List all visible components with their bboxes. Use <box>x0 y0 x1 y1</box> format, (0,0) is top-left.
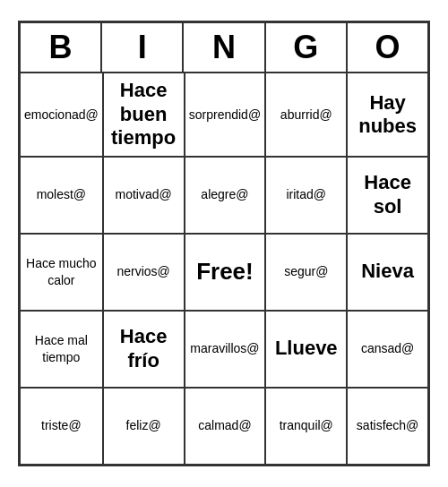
bingo-cell: satisfech@ <box>347 388 428 465</box>
header-letter: B <box>20 22 101 73</box>
bingo-cell: triste@ <box>20 388 103 465</box>
bingo-cell: Hace mucho calor <box>20 234 103 311</box>
bingo-cell: Hace sol <box>347 157 428 234</box>
bingo-cell: Nieva <box>347 234 428 311</box>
bingo-cell: aburrid@ <box>265 73 347 156</box>
bingo-cell: calmad@ <box>185 388 266 465</box>
bingo-card: BINGO emocionad@Hace buen tiemposorprend… <box>18 21 430 466</box>
bingo-cell: alegre@ <box>185 157 266 234</box>
bingo-cell: molest@ <box>20 157 103 234</box>
bingo-cell: Hace frío <box>103 311 185 388</box>
bingo-cell: sorprendid@ <box>185 73 266 156</box>
bingo-cell: segur@ <box>265 234 347 311</box>
bingo-cell: nervios@ <box>103 234 185 311</box>
bingo-header: BINGO <box>20 22 428 73</box>
bingo-cell: emocionad@ <box>20 73 103 156</box>
bingo-cell: cansad@ <box>347 311 428 388</box>
header-letter: G <box>265 22 347 73</box>
bingo-cell: Hace mal tiempo <box>20 311 103 388</box>
bingo-cell: maravillos@ <box>185 311 266 388</box>
bingo-cell: motivad@ <box>103 157 185 234</box>
bingo-grid: emocionad@Hace buen tiemposorprendid@abu… <box>20 73 428 464</box>
bingo-cell: Llueve <box>265 311 347 388</box>
bingo-cell: Hay nubes <box>347 73 428 156</box>
free-cell: Free! <box>185 234 266 311</box>
bingo-cell: Hace buen tiempo <box>103 73 185 156</box>
header-letter: N <box>183 22 264 73</box>
bingo-cell: iritad@ <box>265 157 347 234</box>
bingo-cell: feliz@ <box>103 388 185 465</box>
bingo-cell: tranquil@ <box>265 388 347 465</box>
header-letter: O <box>347 22 428 73</box>
header-letter: I <box>101 22 183 73</box>
